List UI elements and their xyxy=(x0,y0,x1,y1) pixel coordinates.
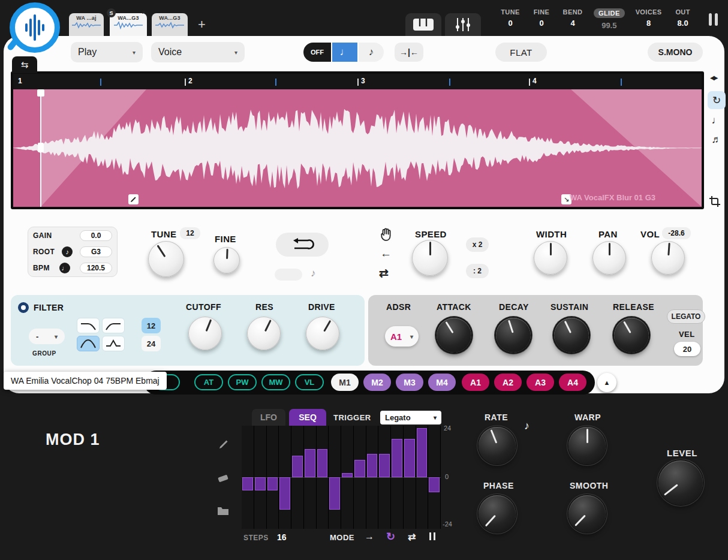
decay-knob[interactable] xyxy=(496,318,531,353)
mode-forward-icon[interactable]: → xyxy=(365,531,374,542)
loop-toggle-button[interactable] xyxy=(276,233,329,257)
drive-knob[interactable] xyxy=(306,317,339,350)
seq-step[interactable] xyxy=(305,449,315,477)
hand-tool-icon[interactable] xyxy=(380,228,392,243)
level-knob[interactable] xyxy=(658,460,703,505)
phase-knob[interactable] xyxy=(479,495,516,532)
snap-converge-button[interactable]: →|← xyxy=(395,43,423,62)
seq-step[interactable] xyxy=(342,473,353,477)
sync-note-button[interactable]: ♩ xyxy=(332,43,357,62)
loop-follow-icon[interactable]: ↻ xyxy=(708,91,726,109)
edit-fade-button[interactable] xyxy=(128,194,139,204)
param-fine[interactable]: FINE 0 xyxy=(531,8,552,28)
fine-knob[interactable] xyxy=(213,247,240,273)
param-bend[interactable]: BEND 4 xyxy=(562,8,583,28)
note-value-icon[interactable]: ♪ xyxy=(311,267,316,279)
seq-step[interactable] xyxy=(429,477,440,492)
sync-off-button[interactable]: OFF xyxy=(303,43,331,62)
seq-step[interactable] xyxy=(392,439,402,478)
seq-step[interactable] xyxy=(292,456,303,477)
bypass-icon[interactable] xyxy=(709,13,718,26)
warp-knob[interactable] xyxy=(568,427,606,464)
filter-highpass-button[interactable] xyxy=(102,318,125,333)
seq-step[interactable] xyxy=(242,477,253,490)
seq-step[interactable] xyxy=(417,428,428,477)
play-mode-dropdown[interactable]: Play ▾ xyxy=(71,42,143,62)
shuffle-icon[interactable]: ⇄ xyxy=(379,266,389,280)
loop-length-pill[interactable] xyxy=(275,269,302,281)
mod-source-vl[interactable]: VL xyxy=(295,374,324,390)
mod-source-mw[interactable]: MW xyxy=(261,374,290,390)
waveform-ruler[interactable]: 1 2 3 4 xyxy=(13,74,702,89)
filter-peak-button[interactable] xyxy=(102,336,125,351)
filter-slope-24-button[interactable]: 24 xyxy=(142,336,161,351)
sample-tab-1[interactable]: WA ...aj xyxy=(69,13,104,36)
mod-m2-button[interactable]: M2 xyxy=(363,374,391,391)
mod-a4-button[interactable]: A4 xyxy=(559,374,586,391)
filter-slope-12-button[interactable]: 12 xyxy=(142,318,161,333)
smono-button[interactable]: S.MONO xyxy=(648,43,703,62)
loop-start-mid-handle[interactable] xyxy=(38,143,44,152)
clef-icon[interactable]: ♪ xyxy=(62,246,73,257)
seq-step[interactable] xyxy=(329,477,340,510)
seq-step[interactable] xyxy=(255,477,266,490)
mod-source-at[interactable]: AT xyxy=(194,374,223,390)
param-glide[interactable]: GLIDE 99.5 xyxy=(594,8,625,30)
rate-sync-note-icon[interactable]: ♪ xyxy=(524,420,530,432)
adsr-preset-dropdown[interactable]: A1 ▾ xyxy=(385,326,419,347)
note-sync-icon[interactable]: ♩ xyxy=(708,112,726,130)
tune-knob[interactable] xyxy=(148,241,184,277)
speed-x2-button[interactable]: x 2 xyxy=(466,237,489,252)
tab-mixer[interactable] xyxy=(445,13,481,36)
split-view-icon[interactable]: ◀▶ xyxy=(710,74,717,81)
mod-m4-button[interactable]: M4 xyxy=(428,374,456,391)
metronome-icon[interactable]: ♩ xyxy=(59,263,70,273)
mod-a1-button[interactable]: A1 xyxy=(462,374,489,391)
erase-tool-icon[interactable] xyxy=(217,472,229,486)
vel-value[interactable]: 20 xyxy=(674,342,700,356)
param-tune[interactable]: TUNE 0 xyxy=(500,8,521,28)
mod-m3-button[interactable]: M3 xyxy=(396,374,423,391)
mod-m1-button[interactable]: M1 xyxy=(331,374,359,391)
filter-bandpass-button[interactable] xyxy=(77,336,100,351)
note-edit-icon[interactable]: ♬ xyxy=(708,131,726,149)
add-sample-button[interactable]: + xyxy=(198,17,206,32)
seq-step[interactable] xyxy=(367,454,378,477)
speed-div2-button[interactable]: : 2 xyxy=(466,264,489,278)
speed-knob[interactable] xyxy=(412,240,448,276)
sync-dotted-note-button[interactable]: ♪ xyxy=(359,43,384,62)
vol-knob[interactable] xyxy=(651,241,685,275)
rate-knob[interactable] xyxy=(479,427,516,464)
mod-a3-button[interactable]: A3 xyxy=(527,374,554,391)
tab-seq[interactable]: SEQ xyxy=(289,409,326,426)
filter-enable-toggle[interactable] xyxy=(18,302,29,313)
root-value[interactable]: G3 xyxy=(80,246,112,257)
crop-icon[interactable] xyxy=(709,195,721,210)
sample-tab-3[interactable]: WA...G3 xyxy=(152,13,188,36)
width-knob[interactable] xyxy=(534,241,567,275)
filter-lowpass-button[interactable] xyxy=(77,318,100,333)
seq-step[interactable] xyxy=(279,477,290,510)
attack-knob[interactable] xyxy=(437,318,471,353)
tune-value[interactable]: 12 xyxy=(180,227,200,239)
sustain-knob[interactable] xyxy=(554,318,589,353)
sample-tab-2[interactable]: S × WA...G3 xyxy=(110,13,147,36)
tab-lfo[interactable]: LFO xyxy=(252,409,285,426)
tab-keyboard[interactable] xyxy=(405,13,441,36)
cutoff-knob[interactable] xyxy=(188,317,222,350)
trigger-dropdown[interactable]: Legato ▾ xyxy=(380,411,441,424)
gain-value[interactable]: 0.0 xyxy=(80,230,112,241)
solo-badge[interactable]: S xyxy=(107,8,116,17)
steps-value[interactable]: 16 xyxy=(277,532,287,542)
mod-source-pw[interactable]: PW xyxy=(228,374,257,390)
seq-step[interactable] xyxy=(267,477,278,490)
release-knob[interactable] xyxy=(614,318,649,353)
seq-step[interactable] xyxy=(354,460,365,477)
mod-a2-button[interactable]: A2 xyxy=(494,374,522,391)
param-voices[interactable]: VOICES 8 xyxy=(636,8,662,28)
bpm-value[interactable]: 120.5 xyxy=(80,263,112,273)
step-sequencer[interactable] xyxy=(242,426,441,529)
param-out[interactable]: OUT 8.0 xyxy=(673,8,693,28)
seq-step[interactable] xyxy=(404,439,415,478)
loop-start-handle[interactable] xyxy=(37,89,44,97)
